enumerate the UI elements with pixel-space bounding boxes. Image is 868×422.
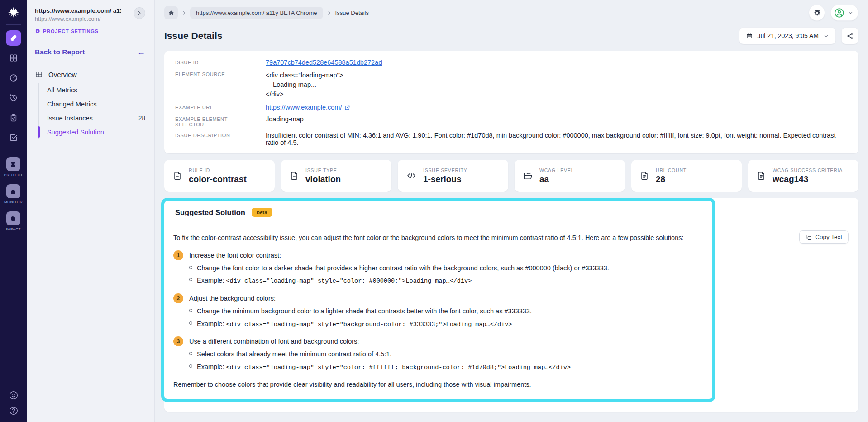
sidebar-item-changed-metrics[interactable]: Changed Metrics bbox=[39, 97, 145, 111]
issue-details-card: ISSUE ID 79a707cb74ded528e64588a51db272a… bbox=[164, 51, 858, 153]
share-button[interactable] bbox=[841, 27, 858, 44]
app-monitor[interactable]: MONITOR bbox=[4, 184, 23, 204]
element-source-code: <div class="loading-map"> Loading map...… bbox=[266, 71, 848, 99]
help-icon[interactable] bbox=[9, 406, 19, 416]
protect-label: PROTECT bbox=[4, 173, 23, 177]
copy-text-button[interactable]: Copy Text bbox=[799, 230, 849, 244]
stat-cards-row: RULE ID color-contrast ISSUE TYPE violat… bbox=[164, 160, 858, 192]
rail-divider bbox=[6, 24, 21, 25]
file-text-icon bbox=[639, 171, 649, 181]
sidebar-item-suggested-solution[interactable]: Suggested Solution bbox=[39, 125, 145, 139]
solution-step-1: 1 Increase the font color contrast: Chan… bbox=[173, 250, 701, 286]
step-number: 1 bbox=[173, 250, 183, 260]
share-icon bbox=[846, 32, 854, 40]
feedback-smiley-icon[interactable] bbox=[9, 390, 19, 400]
issue-id-label: ISSUE ID bbox=[175, 59, 256, 66]
file-text-icon bbox=[756, 171, 766, 181]
stat-card-issue-severity: ISSUE SEVERITY 1-serious bbox=[398, 160, 508, 192]
folder-icon bbox=[523, 171, 533, 181]
app-rail: PROTECT MONITOR IMPACT bbox=[0, 0, 27, 422]
sidebar-subnav: All Metrics Changed Metrics Issue Instan… bbox=[38, 83, 145, 139]
back-to-report-link[interactable]: Back to Report ← bbox=[35, 48, 145, 56]
changed-metrics-label: Changed Metrics bbox=[47, 101, 97, 108]
date-picker[interactable]: Jul 21, 2023, 9:05 AM bbox=[739, 27, 836, 44]
copy-icon bbox=[806, 234, 812, 240]
stat-value: aa bbox=[539, 174, 574, 184]
bullet-ring-icon bbox=[189, 278, 192, 281]
monitor-app-icon bbox=[6, 184, 20, 198]
site-url: https://www.example.com/ bbox=[35, 16, 121, 22]
impact-label: IMPACT bbox=[6, 227, 21, 231]
a11y-module-icon[interactable] bbox=[6, 30, 21, 46]
stat-card-url-count: URL COUNT 28 bbox=[631, 160, 742, 192]
clipboard-check-icon[interactable] bbox=[6, 110, 21, 125]
suggested-solution-label: Suggested Solution bbox=[47, 129, 104, 136]
step-number: 2 bbox=[173, 293, 183, 303]
gear-icon bbox=[813, 9, 821, 17]
example-code: <div class="loading-map" style="backgrou… bbox=[226, 321, 512, 328]
impact-app-icon bbox=[6, 211, 20, 225]
issue-description-label: ISSUE DESCRIPTION bbox=[175, 132, 256, 146]
settings-gear-icon bbox=[35, 29, 40, 34]
issue-id-link[interactable]: 79a707cb74ded528e64588a51db272ad bbox=[266, 59, 382, 66]
app-impact[interactable]: IMPACT bbox=[6, 211, 21, 231]
example-label: Example: bbox=[197, 277, 224, 284]
stat-label: URL COUNT bbox=[656, 168, 687, 173]
overview-table-icon bbox=[35, 70, 43, 78]
chevron-down-icon bbox=[848, 10, 854, 16]
step-title: Use a different combination of font and … bbox=[189, 338, 359, 345]
beta-badge: beta bbox=[252, 208, 272, 217]
bullet-ring-icon bbox=[189, 364, 192, 368]
main-content: https://www.example.com/ a11y BETA Chrom… bbox=[155, 0, 868, 422]
sidebar-item-all-metrics[interactable]: All Metrics bbox=[39, 83, 145, 97]
stat-label: RULE ID bbox=[189, 168, 247, 173]
example-url-label: EXAMPLE URL bbox=[175, 104, 256, 111]
overview-label: Overview bbox=[48, 71, 77, 78]
suggested-solution-card: Suggested Solution beta To fix the color… bbox=[161, 198, 715, 402]
example-code: <div class="loading-map" style="color: #… bbox=[226, 278, 472, 284]
stat-label: ISSUE TYPE bbox=[305, 168, 341, 173]
page-title: Issue Details bbox=[164, 30, 222, 41]
step-example: Example: <div class="loading-map" style=… bbox=[189, 362, 701, 372]
stat-label: ISSUE SEVERITY bbox=[423, 168, 467, 173]
example-url-link[interactable]: https://www.example.com/ bbox=[266, 104, 342, 111]
stat-label: WCAG LEVEL bbox=[539, 168, 574, 173]
calendar-icon bbox=[746, 32, 753, 39]
history-icon[interactable] bbox=[6, 90, 21, 106]
bullet-ring-icon bbox=[189, 321, 192, 325]
task-check-icon[interactable] bbox=[6, 130, 21, 145]
sidebar-collapse-button[interactable] bbox=[134, 7, 145, 19]
home-icon[interactable] bbox=[164, 6, 178, 19]
project-settings-link[interactable]: PROJECT SETTINGS bbox=[35, 29, 145, 34]
sidebar-item-overview[interactable]: Overview bbox=[35, 70, 145, 78]
step-bullet: Change the minimum background color to a… bbox=[189, 307, 701, 316]
brand-logo-icon bbox=[6, 5, 21, 20]
sidebar: https://www.example.com/ a11y BETA Chrom… bbox=[27, 0, 155, 422]
gauge-icon[interactable] bbox=[6, 70, 21, 86]
stat-card-rule-id: RULE ID color-contrast bbox=[164, 160, 275, 192]
solution-title: Suggested Solution bbox=[175, 208, 245, 217]
stat-value: color-contrast bbox=[189, 174, 247, 184]
back-to-report-label: Back to Report bbox=[35, 48, 85, 56]
avatar bbox=[834, 7, 845, 19]
chevron-down-icon bbox=[823, 33, 829, 39]
sidebar-item-issue-instances[interactable]: Issue Instances 28 bbox=[39, 111, 145, 125]
element-source-label: ELEMENT SOURCE bbox=[175, 71, 256, 99]
stat-label: WCAG SUCCESS CRITERIA bbox=[773, 168, 843, 173]
code-icon bbox=[406, 170, 417, 181]
step-number: 3 bbox=[173, 336, 183, 346]
settings-button[interactable] bbox=[809, 5, 825, 21]
date-value: Jul 21, 2023, 9:05 AM bbox=[758, 32, 819, 39]
site-title: https://www.example.com/ a11y BETA Chrom… bbox=[35, 7, 121, 14]
app-protect[interactable]: PROTECT bbox=[4, 157, 23, 177]
external-link-icon bbox=[344, 105, 350, 110]
solution-intro: To fix the color-contrast accessibility … bbox=[173, 233, 701, 243]
bullet-ring-icon bbox=[189, 309, 192, 312]
sidebar-divider bbox=[35, 41, 145, 41]
breadcrumb-site[interactable]: https://www.example.com/ a11y BETA Chrom… bbox=[190, 7, 323, 19]
dashboard-grid-icon[interactable] bbox=[6, 50, 21, 66]
monitor-label: MONITOR bbox=[4, 200, 23, 204]
solution-step-2: 2 Adjust the background colors: Change t… bbox=[173, 293, 701, 329]
copy-text-label: Copy Text bbox=[815, 234, 842, 240]
account-menu[interactable] bbox=[830, 5, 858, 21]
